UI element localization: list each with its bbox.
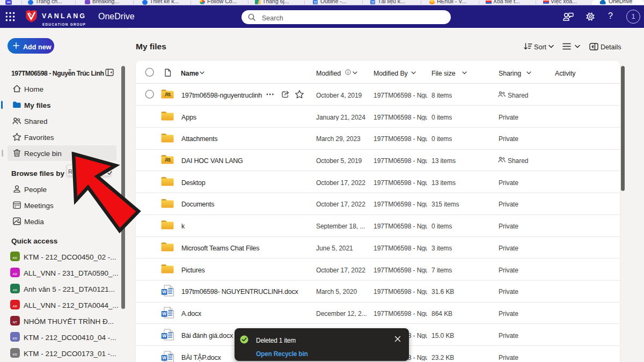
svg-text:W: W (162, 312, 166, 316)
svg-text:W: W (162, 356, 166, 360)
svg-text:W: W (162, 290, 166, 295)
svg-text:W: W (162, 334, 166, 338)
